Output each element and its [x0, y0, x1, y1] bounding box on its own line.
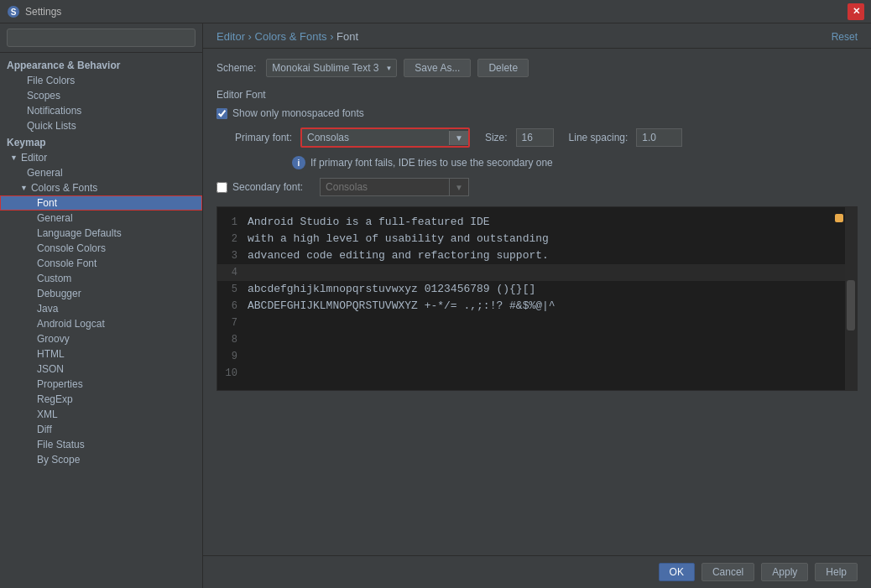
code-line-4: 4	[217, 264, 857, 281]
info-icon: i	[292, 156, 305, 169]
title-bar: S Settings ✕	[0, 0, 871, 23]
code-preview: 1 Android Studio is a full-featured IDE …	[216, 206, 858, 391]
sidebar-item-language-defaults[interactable]: Language Defaults	[0, 226, 202, 241]
reset-link[interactable]: Reset	[832, 31, 858, 43]
primary-font-input[interactable]	[302, 129, 449, 146]
primary-font-row: Primary font: ▼ Size: Line spacing:	[216, 127, 858, 148]
secondary-font-row: Secondary font: ▼	[216, 178, 858, 196]
secondary-font-input[interactable]	[320, 178, 450, 196]
sidebar-item-scopes[interactable]: Scopes	[0, 88, 202, 103]
code-line-3: 3 advanced code editing and refactoring …	[217, 247, 857, 264]
editor-font-section-title: Editor Font	[216, 89, 858, 101]
content-header: Editor › Colors & Fonts › Font Reset	[203, 23, 871, 49]
scheme-row: Scheme: Monokai Sublime Text 3 Default D…	[216, 59, 858, 77]
code-line-2: 2 with a high level of usability and out…	[217, 231, 857, 247]
nav-tree: Appearance & Behavior File Colors Scopes…	[0, 53, 202, 588]
scheme-label: Scheme:	[216, 62, 256, 74]
scheme-select-wrapper: Monokai Sublime Text 3 Default Darcula	[266, 59, 397, 77]
info-row: i If primary font fails, IDE tries to us…	[216, 156, 858, 169]
primary-font-input-wrapper: ▼	[300, 127, 470, 148]
close-button[interactable]: ✕	[848, 3, 864, 20]
sidebar-item-file-colors[interactable]: File Colors	[0, 73, 202, 88]
sidebar-item-android-logcat[interactable]: Android Logcat	[0, 316, 202, 331]
scrollbar-thumb[interactable]	[847, 280, 855, 330]
sidebar-item-regexp[interactable]: RegExp	[0, 392, 202, 407]
app-icon: S	[7, 5, 20, 18]
sidebar-item-editor[interactable]: ▼ Editor	[0, 150, 202, 165]
breadcrumb: Editor › Colors & Fonts › Font	[216, 30, 358, 43]
sidebar-item-keymap[interactable]: Keymap	[0, 133, 202, 150]
sidebar-item-console-font[interactable]: Console Font	[0, 256, 202, 271]
sidebar-item-by-scope[interactable]: By Scope	[0, 452, 202, 467]
expand-icon: ▼	[10, 154, 18, 162]
sidebar-item-json[interactable]: JSON	[0, 362, 202, 377]
sidebar-item-general-color[interactable]: General	[0, 211, 202, 226]
sidebar-item-properties[interactable]: Properties	[0, 377, 202, 392]
code-line-8: 8	[217, 331, 857, 348]
secondary-checkbox-wrapper: Secondary font:	[216, 181, 303, 193]
sidebar-item-debugger[interactable]: Debugger	[0, 286, 202, 301]
help-button[interactable]: Help	[815, 563, 858, 581]
main-container: Appearance & Behavior File Colors Scopes…	[0, 23, 871, 588]
code-line-5: 5 abcdefghijklmnopqrstuvwxyz 0123456789 …	[217, 281, 857, 298]
sidebar-item-diff[interactable]: Diff	[0, 422, 202, 437]
code-line-9: 9	[217, 348, 857, 365]
save-as-button[interactable]: Save As...	[404, 59, 471, 77]
size-label: Size:	[485, 132, 508, 143]
ok-button[interactable]: OK	[659, 563, 695, 581]
svg-text:S: S	[11, 8, 17, 17]
secondary-font-dropdown-button[interactable]: ▼	[450, 178, 469, 196]
cancel-button[interactable]: Cancel	[701, 563, 754, 581]
delete-button[interactable]: Delete	[477, 59, 529, 77]
expand-icon: ▼	[20, 184, 28, 192]
sidebar-item-notifications[interactable]: Notifications	[0, 103, 202, 118]
sidebar-item-file-status[interactable]: File Status	[0, 437, 202, 452]
sidebar-item-html[interactable]: HTML	[0, 346, 202, 362]
secondary-font-input-wrapper: ▼	[320, 178, 469, 196]
code-line-10: 10	[217, 365, 857, 382]
info-text: If primary font fails, IDE tries to use …	[310, 157, 553, 169]
sidebar-item-xml[interactable]: XML	[0, 407, 202, 422]
line-spacing-label: Line spacing:	[569, 132, 628, 143]
code-line-7: 7	[217, 315, 857, 331]
monospaced-checkbox-row: Show only monospaced fonts	[216, 107, 858, 119]
monospaced-checkbox[interactable]	[216, 108, 227, 119]
sidebar-item-console-colors[interactable]: Console Colors	[0, 241, 202, 256]
monospaced-label: Show only monospaced fonts	[232, 107, 364, 119]
scrollbar[interactable]	[845, 207, 857, 390]
search-box	[0, 23, 202, 53]
primary-font-label: Primary font:	[216, 132, 292, 143]
content-panel: Editor › Colors & Fonts › Font Reset Sch…	[203, 23, 871, 588]
line-spacing-input[interactable]	[636, 128, 682, 147]
sidebar-item-appearance[interactable]: Appearance & Behavior	[0, 56, 202, 73]
size-input[interactable]	[516, 128, 554, 147]
sidebar-item-java[interactable]: Java	[0, 301, 202, 316]
sidebar-item-groovy[interactable]: Groovy	[0, 331, 202, 346]
code-line-6: 6 ABCDEFGHIJKLMNOPQRSTUVWXYZ +-*/= .,;:!…	[217, 298, 857, 315]
secondary-checkbox[interactable]	[216, 182, 227, 193]
search-input[interactable]	[7, 29, 196, 47]
code-line-1: 1 Android Studio is a full-featured IDE	[217, 214, 857, 231]
code-lines: 1 Android Studio is a full-featured IDE …	[217, 207, 857, 388]
orange-indicator	[835, 214, 843, 222]
secondary-font-label: Secondary font:	[232, 181, 303, 193]
sidebar-item-quick-lists[interactable]: Quick Lists	[0, 118, 202, 133]
sidebar-item-custom[interactable]: Custom	[0, 271, 202, 286]
apply-button[interactable]: Apply	[761, 563, 808, 581]
content-body: Scheme: Monokai Sublime Text 3 Default D…	[203, 49, 871, 555]
sidebar-item-font[interactable]: Font	[0, 195, 202, 211]
sidebar-item-general[interactable]: General	[0, 165, 202, 180]
scheme-select[interactable]: Monokai Sublime Text 3 Default Darcula	[266, 59, 397, 77]
sidebar: Appearance & Behavior File Colors Scopes…	[0, 23, 203, 588]
footer: OK Cancel Apply Help	[203, 555, 871, 588]
primary-font-dropdown-button[interactable]: ▼	[449, 131, 468, 145]
sidebar-item-colors-fonts[interactable]: ▼ Colors & Fonts	[0, 180, 202, 195]
window-title: Settings	[25, 6, 848, 18]
